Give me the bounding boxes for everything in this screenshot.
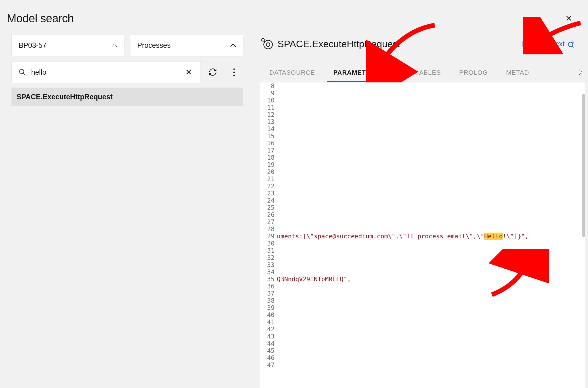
database-select[interactable]: BP03-57 — [11, 35, 124, 56]
svg-line-1 — [23, 73, 25, 75]
database-select-value: BP03-57 — [19, 41, 46, 50]
scroll-tabs-right-button[interactable] — [576, 67, 585, 79]
close-button[interactable]: ✕ — [562, 11, 575, 25]
tab-label: VARIABLES — [404, 69, 441, 76]
find-next-icon — [567, 40, 575, 47]
svg-point-3 — [266, 43, 270, 46]
next-button-label: Next — [550, 40, 565, 48]
tab-label: PARAMETERS — [333, 69, 380, 76]
object-type-select-value: Processes — [137, 41, 171, 50]
tab-label: DATASOURCE — [269, 69, 315, 76]
search-input[interactable] — [31, 68, 178, 76]
refresh-icon — [208, 68, 217, 76]
tab-variables[interactable]: VARIABLES — [395, 64, 450, 82]
process-title: SPACE.ExecuteHttpRequest — [277, 38, 400, 50]
refresh-button[interactable] — [204, 61, 222, 83]
overflow-menu-icon — [233, 68, 235, 76]
code-editor[interactable]: 8910111213141516171819202122232425262728… — [260, 82, 585, 388]
chevron-down-icon — [230, 44, 236, 47]
svg-point-18 — [568, 42, 573, 47]
gutter: 8910111213141516171819202122232425262728… — [260, 82, 276, 388]
clear-search-button[interactable]: ✕ — [184, 68, 194, 77]
search-result-label: SPACE.ExecuteHttpRequest — [17, 93, 113, 101]
tab-metadata[interactable]: METAD — [497, 64, 538, 82]
tab-parameters[interactable]: PARAMETERS — [324, 64, 395, 82]
tab-label: PROLOG — [459, 69, 488, 76]
overflow-menu-button[interactable] — [225, 61, 243, 83]
object-type-select[interactable]: Processes — [130, 35, 243, 56]
detail-panel: SPACE.ExecuteHttpRequest Next — [249, 31, 588, 388]
search-result-item[interactable]: SPACE.ExecuteHttpRequest — [11, 88, 243, 106]
tab-prolog[interactable]: PROLOG — [450, 64, 497, 82]
detail-tabs: DATASOURCE PARAMETERS VARIABLES PROLOG M… — [260, 64, 585, 82]
search-box: ✕ — [11, 61, 201, 83]
search-panel: BP03-57 Processes ✕ — [0, 31, 249, 388]
keyboard-icon[interactable] — [523, 40, 533, 47]
chevron-right-icon — [579, 70, 582, 75]
svg-point-4 — [262, 38, 265, 41]
tab-label: METAD — [506, 69, 529, 76]
tab-datasource[interactable]: DATASOURCE — [260, 64, 324, 82]
code-content: uments:[\"space@succeedium.com\",\"TI pr… — [276, 82, 585, 388]
next-button[interactable]: Next — [550, 40, 575, 48]
scrollbar-thumb[interactable] — [582, 94, 585, 237]
chevron-down-icon — [112, 44, 117, 47]
search-icon — [19, 68, 26, 76]
process-icon — [260, 37, 273, 50]
svg-line-19 — [572, 46, 573, 47]
modified-dot-icon — [382, 67, 386, 71]
page-title: Model search — [7, 12, 74, 25]
svg-point-0 — [19, 69, 24, 74]
